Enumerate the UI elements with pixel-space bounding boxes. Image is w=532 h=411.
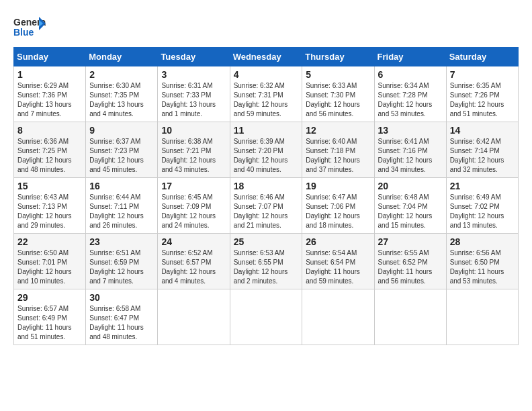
day-info: Sunrise: 6:34 AM Sunset: 7:28 PM Dayligh… xyxy=(378,81,443,119)
day-info: Sunrise: 6:57 AM Sunset: 6:49 PM Dayligh… xyxy=(17,304,82,342)
day-info: Sunrise: 6:58 AM Sunset: 6:47 PM Dayligh… xyxy=(89,304,154,342)
day-info: Sunrise: 6:44 AM Sunset: 7:11 PM Dayligh… xyxy=(89,193,154,230)
week-row-5: 29Sunrise: 6:57 AM Sunset: 6:49 PM Dayli… xyxy=(14,289,519,345)
day-cell: 22Sunrise: 6:50 AM Sunset: 7:01 PM Dayli… xyxy=(14,234,86,289)
column-header-sunday: Sunday xyxy=(14,48,86,66)
week-row-4: 22Sunrise: 6:50 AM Sunset: 7:01 PM Dayli… xyxy=(14,234,519,289)
day-info: Sunrise: 6:50 AM Sunset: 7:01 PM Dayligh… xyxy=(17,248,82,286)
day-cell: 5Sunrise: 6:33 AM Sunset: 7:30 PM Daylig… xyxy=(302,66,374,122)
day-cell: 27Sunrise: 6:55 AM Sunset: 6:52 PM Dayli… xyxy=(374,234,446,289)
column-header-monday: Monday xyxy=(86,48,158,66)
day-cell: 10Sunrise: 6:38 AM Sunset: 7:21 PM Dayli… xyxy=(158,122,230,178)
day-info: Sunrise: 6:42 AM Sunset: 7:14 PM Dayligh… xyxy=(450,137,515,175)
day-number: 25 xyxy=(234,236,299,247)
column-header-friday: Friday xyxy=(374,48,446,66)
day-info: Sunrise: 6:35 AM Sunset: 7:26 PM Dayligh… xyxy=(450,81,515,119)
day-number: 6 xyxy=(378,69,443,80)
day-number: 8 xyxy=(17,125,82,136)
day-number: 16 xyxy=(89,181,154,191)
day-cell: 4Sunrise: 6:32 AM Sunset: 7:31 PM Daylig… xyxy=(230,66,302,122)
day-info: Sunrise: 6:39 AM Sunset: 7:20 PM Dayligh… xyxy=(234,137,299,175)
day-cell: 25Sunrise: 6:53 AM Sunset: 6:55 PM Dayli… xyxy=(230,234,302,289)
day-number: 17 xyxy=(161,181,226,191)
day-cell: 24Sunrise: 6:52 AM Sunset: 6:57 PM Dayli… xyxy=(158,234,230,289)
day-number: 20 xyxy=(378,181,443,191)
logo: General Blue xyxy=(13,13,48,39)
day-info: Sunrise: 6:55 AM Sunset: 6:52 PM Dayligh… xyxy=(378,248,443,286)
day-number: 3 xyxy=(161,69,226,80)
day-number: 7 xyxy=(450,69,515,80)
day-cell: 16Sunrise: 6:44 AM Sunset: 7:11 PM Dayli… xyxy=(86,178,158,234)
day-cell: 1Sunrise: 6:29 AM Sunset: 7:36 PM Daylig… xyxy=(14,66,86,122)
day-cell: 8Sunrise: 6:36 AM Sunset: 7:25 PM Daylig… xyxy=(14,122,86,178)
column-header-saturday: Saturday xyxy=(446,48,518,66)
day-number: 23 xyxy=(89,236,154,247)
day-cell: 20Sunrise: 6:48 AM Sunset: 7:04 PM Dayli… xyxy=(374,178,446,234)
calendar-table: SundayMondayTuesdayWednesdayThursdayFrid… xyxy=(13,47,519,345)
day-number: 10 xyxy=(161,125,226,136)
day-cell: 14Sunrise: 6:42 AM Sunset: 7:14 PM Dayli… xyxy=(446,122,518,178)
day-cell xyxy=(302,289,374,345)
day-number: 24 xyxy=(161,236,226,247)
day-number: 12 xyxy=(306,125,370,136)
day-number: 26 xyxy=(306,236,370,247)
day-info: Sunrise: 6:38 AM Sunset: 7:21 PM Dayligh… xyxy=(161,137,226,175)
column-header-tuesday: Tuesday xyxy=(158,48,230,66)
day-cell xyxy=(446,289,518,345)
day-cell xyxy=(374,289,446,345)
day-number: 30 xyxy=(89,292,154,303)
day-cell: 21Sunrise: 6:49 AM Sunset: 7:02 PM Dayli… xyxy=(446,178,518,234)
day-cell: 2Sunrise: 6:30 AM Sunset: 7:35 PM Daylig… xyxy=(86,66,158,122)
day-info: Sunrise: 6:37 AM Sunset: 7:23 PM Dayligh… xyxy=(89,137,154,175)
day-number: 1 xyxy=(17,69,82,80)
week-row-1: 1Sunrise: 6:29 AM Sunset: 7:36 PM Daylig… xyxy=(14,66,519,122)
calendar-body: 1Sunrise: 6:29 AM Sunset: 7:36 PM Daylig… xyxy=(14,66,519,345)
column-header-wednesday: Wednesday xyxy=(230,48,302,66)
day-cell: 30Sunrise: 6:58 AM Sunset: 6:47 PM Dayli… xyxy=(86,289,158,345)
day-info: Sunrise: 6:52 AM Sunset: 6:57 PM Dayligh… xyxy=(161,248,226,286)
day-cell: 13Sunrise: 6:41 AM Sunset: 7:16 PM Dayli… xyxy=(374,122,446,178)
day-cell xyxy=(230,289,302,345)
day-number: 27 xyxy=(378,236,443,247)
day-info: Sunrise: 6:31 AM Sunset: 7:33 PM Dayligh… xyxy=(161,81,226,119)
week-row-3: 15Sunrise: 6:43 AM Sunset: 7:13 PM Dayli… xyxy=(14,178,519,234)
day-cell: 6Sunrise: 6:34 AM Sunset: 7:28 PM Daylig… xyxy=(374,66,446,122)
header: General Blue xyxy=(13,13,519,39)
day-cell: 12Sunrise: 6:40 AM Sunset: 7:18 PM Dayli… xyxy=(302,122,374,178)
day-cell: 7Sunrise: 6:35 AM Sunset: 7:26 PM Daylig… xyxy=(446,66,518,122)
day-cell xyxy=(158,289,230,345)
day-cell: 9Sunrise: 6:37 AM Sunset: 7:23 PM Daylig… xyxy=(86,122,158,178)
day-info: Sunrise: 6:30 AM Sunset: 7:35 PM Dayligh… xyxy=(89,81,154,119)
day-info: Sunrise: 6:29 AM Sunset: 7:36 PM Dayligh… xyxy=(17,81,82,119)
day-cell: 11Sunrise: 6:39 AM Sunset: 7:20 PM Dayli… xyxy=(230,122,302,178)
svg-text:Blue: Blue xyxy=(13,27,34,38)
day-info: Sunrise: 6:32 AM Sunset: 7:31 PM Dayligh… xyxy=(234,81,299,119)
calendar-header-row: SundayMondayTuesdayWednesdayThursdayFrid… xyxy=(14,48,519,66)
day-cell: 15Sunrise: 6:43 AM Sunset: 7:13 PM Dayli… xyxy=(14,178,86,234)
day-cell: 26Sunrise: 6:54 AM Sunset: 6:54 PM Dayli… xyxy=(302,234,374,289)
day-number: 5 xyxy=(306,69,370,80)
day-info: Sunrise: 6:47 AM Sunset: 7:06 PM Dayligh… xyxy=(306,193,370,230)
day-info: Sunrise: 6:51 AM Sunset: 6:59 PM Dayligh… xyxy=(89,248,154,286)
day-info: Sunrise: 6:46 AM Sunset: 7:07 PM Dayligh… xyxy=(234,193,299,230)
day-cell: 19Sunrise: 6:47 AM Sunset: 7:06 PM Dayli… xyxy=(302,178,374,234)
day-info: Sunrise: 6:43 AM Sunset: 7:13 PM Dayligh… xyxy=(17,193,82,230)
day-info: Sunrise: 6:40 AM Sunset: 7:18 PM Dayligh… xyxy=(306,137,370,175)
day-number: 4 xyxy=(234,69,299,80)
day-number: 2 xyxy=(89,69,154,80)
day-info: Sunrise: 6:53 AM Sunset: 6:55 PM Dayligh… xyxy=(234,248,299,286)
day-number: 19 xyxy=(306,181,370,191)
day-cell: 29Sunrise: 6:57 AM Sunset: 6:49 PM Dayli… xyxy=(14,289,86,345)
day-number: 29 xyxy=(17,292,82,303)
day-number: 28 xyxy=(450,236,515,247)
column-header-thursday: Thursday xyxy=(302,48,374,66)
day-cell: 28Sunrise: 6:56 AM Sunset: 6:50 PM Dayli… xyxy=(446,234,518,289)
day-number: 13 xyxy=(378,125,443,136)
day-info: Sunrise: 6:33 AM Sunset: 7:30 PM Dayligh… xyxy=(306,81,370,119)
day-cell: 17Sunrise: 6:45 AM Sunset: 7:09 PM Dayli… xyxy=(158,178,230,234)
day-info: Sunrise: 6:48 AM Sunset: 7:04 PM Dayligh… xyxy=(378,193,443,230)
day-info: Sunrise: 6:41 AM Sunset: 7:16 PM Dayligh… xyxy=(378,137,443,175)
day-number: 15 xyxy=(17,181,82,191)
day-info: Sunrise: 6:54 AM Sunset: 6:54 PM Dayligh… xyxy=(306,248,370,286)
day-cell: 23Sunrise: 6:51 AM Sunset: 6:59 PM Dayli… xyxy=(86,234,158,289)
